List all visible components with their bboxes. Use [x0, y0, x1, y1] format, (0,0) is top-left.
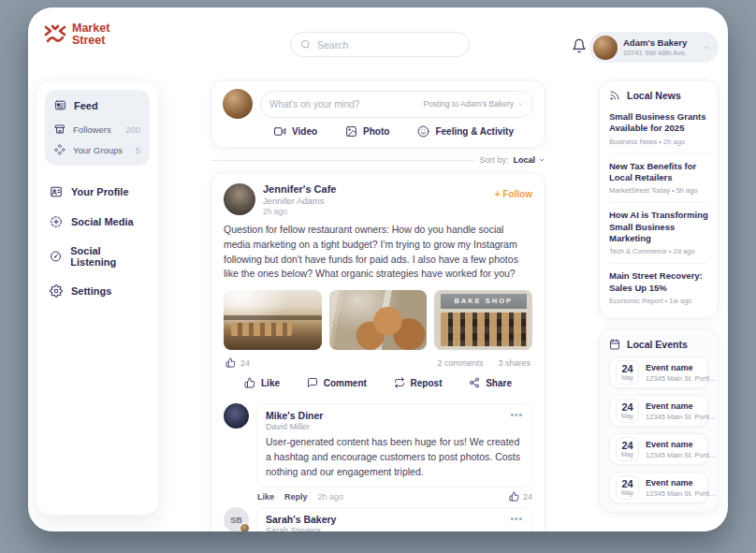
post-timestamp: 2h ago — [263, 207, 336, 216]
market-street-logo-icon — [43, 23, 67, 46]
sort-select[interactable]: Local — [513, 155, 545, 165]
shares-count[interactable]: 3 shares — [498, 358, 531, 368]
followers-count: 200 — [125, 124, 140, 135]
bell-icon — [572, 38, 587, 53]
news-item[interactable]: New Tax Benefits for Local Retailers Mar… — [609, 153, 708, 203]
video-button[interactable]: Video — [274, 125, 317, 138]
brand-logo[interactable]: Market Street — [43, 22, 109, 47]
news-item[interactable]: How AI is Transforming Small Business Ma… — [609, 202, 708, 263]
comment-menu-button[interactable]: ••• — [510, 410, 523, 420]
composer-input-wrap[interactable]: Posting to Adam's Bakery — [260, 91, 533, 118]
event-item[interactable]: 24 May Event name 12345 Main St. Portlan… — [609, 472, 708, 503]
news-item[interactable]: Small Business Grants Available for 2025… — [609, 105, 708, 153]
news-item[interactable]: Main Street Recovery: Sales Up 15% Econo… — [609, 263, 708, 313]
comment-likes[interactable]: 24 — [509, 491, 532, 502]
comment-author-name: David Miller — [266, 422, 523, 431]
event-item[interactable]: 24 May Event name 12345 Main St. Portlan… — [609, 357, 708, 388]
post-photo-bread-display[interactable] — [329, 290, 428, 350]
post-composer: Posting to Adam's Bakery Video Photo — [211, 80, 545, 148]
share-button[interactable]: Share — [469, 377, 512, 388]
event-date: 24 May — [616, 360, 639, 385]
search-bar[interactable] — [290, 32, 470, 57]
post-actions: Like Comment Repost — [224, 370, 532, 398]
account-name: Adam's Bakery — [623, 37, 687, 48]
comment-menu-button[interactable]: ••• — [510, 514, 523, 524]
thumbs-up-icon — [244, 377, 255, 388]
comment-thread: Mike's Diner David Miller ••• User-gener… — [224, 403, 532, 531]
comment-text: User-generated content has been huge for… — [266, 435, 523, 479]
posting-to-selector[interactable]: Posting to Adam's Bakery — [423, 99, 524, 109]
likes-count-wrap[interactable]: 24 — [225, 357, 250, 368]
post-card: Jennifer's Cafe Jennifer Adams 2h ago + … — [211, 172, 545, 531]
event-item[interactable]: 24 May Event name 12345 Main St. Portlan… — [609, 395, 708, 427]
panel-title: Local News — [627, 90, 681, 101]
comment-bubble: Sarah's Bakery Sarah Stevens ••• Collabo… — [256, 507, 532, 531]
post-photo-bake-shop[interactable]: BAKE SHOP — [434, 290, 532, 350]
brand-name: Market Street — [72, 22, 109, 47]
sidebar-item-feed[interactable]: Feed — [52, 97, 142, 119]
follow-button[interactable]: + Follow — [495, 183, 532, 199]
post-stats: 24 2 comments 3 shares — [225, 357, 531, 368]
post-author-avatar[interactable] — [224, 183, 255, 215]
composer-input[interactable] — [269, 99, 417, 109]
gauge-icon — [50, 250, 62, 263]
comment-avatar[interactable] — [224, 403, 249, 429]
comment-bubble: Mike's Diner David Miller ••• User-gener… — [256, 403, 532, 488]
event-date: 24 May — [616, 399, 639, 423]
account-switcher[interactable]: Adam's Bakery 10741 SW 48th Ave. — [589, 32, 719, 63]
post-business-name[interactable]: Jennifer's Cafe — [263, 183, 336, 195]
notifications-button[interactable] — [572, 38, 587, 53]
sidebar-item-your-groups[interactable]: Your Groups 5 — [52, 139, 142, 160]
comment-avatar[interactable]: SB — [224, 507, 249, 531]
like-button[interactable]: Like — [244, 377, 280, 388]
comment-business-name[interactable]: Sarah's Bakery — [266, 514, 523, 525]
composer-avatar — [223, 89, 253, 119]
comment-footer: Like Reply 2h ago 24 — [257, 491, 532, 502]
photo-icon — [345, 125, 357, 138]
sidebar-item-settings[interactable]: Settings — [45, 276, 150, 306]
search-icon — [300, 39, 311, 50]
account-address: 10741 SW 48th Ave. — [623, 49, 687, 57]
photo-button[interactable]: Photo — [345, 125, 389, 138]
repost-button[interactable]: Repost — [394, 377, 443, 388]
event-item[interactable]: 24 May Event name 12345 Main St. Portlan… — [609, 433, 708, 465]
search-input[interactable] — [317, 39, 459, 51]
comment-business-name[interactable]: Mike's Diner — [266, 410, 523, 421]
comment-button[interactable]: Comment — [307, 377, 367, 388]
comment-like-button[interactable]: Like — [257, 492, 274, 502]
right-rail: Local News Small Business Grants Availab… — [599, 80, 719, 513]
post-text: Question for fellow restaurant owners: H… — [224, 223, 532, 282]
chevron-down-icon — [517, 101, 524, 108]
post-photos: BAKE SHOP — [224, 290, 532, 350]
plus-circle-icon — [50, 215, 63, 228]
calendar-icon — [609, 339, 620, 350]
feeling-activity-button[interactable]: Feeling & Activity — [417, 125, 514, 138]
storefront-icon — [54, 124, 65, 135]
likes-count: 24 — [240, 358, 250, 368]
comment-bubble-icon — [307, 377, 318, 388]
groups-count: 5 — [136, 145, 140, 155]
comments-count[interactable]: 2 comments — [437, 358, 483, 368]
feed-column: Posting to Adam's Bakery Video Photo — [211, 80, 545, 531]
event-date: 24 May — [616, 475, 639, 500]
repost-icon — [394, 377, 405, 388]
feed-icon — [54, 99, 66, 111]
groups-icon — [54, 144, 65, 155]
feed-group: Feed Followers 200 Your Groups 5 — [45, 90, 150, 166]
sidebar-item-social-listening[interactable]: Social Listening — [45, 237, 150, 276]
rss-icon — [609, 90, 620, 101]
divider — [211, 160, 474, 161]
panel-title: Local Events — [627, 339, 688, 350]
share-icon — [469, 377, 480, 388]
chevron-down-icon — [703, 44, 710, 51]
post-photo-bakery-counter[interactable] — [224, 290, 322, 350]
comment-timestamp: 2h ago — [318, 492, 344, 502]
chevron-down-icon — [538, 156, 545, 164]
local-events-panel: Local Events 24 May Event name 12345 Mai… — [599, 328, 719, 513]
sidebar-item-social-media[interactable]: Social Media — [45, 207, 150, 237]
sidebar-item-your-profile[interactable]: Your Profile — [45, 177, 150, 207]
post-author-name: Jennifer Adams — [263, 196, 336, 206]
comment-reply-button[interactable]: Reply — [284, 492, 308, 502]
sidebar-item-followers[interactable]: Followers 200 — [52, 119, 142, 139]
bake-shop-sign: BAKE SHOP — [441, 294, 527, 309]
